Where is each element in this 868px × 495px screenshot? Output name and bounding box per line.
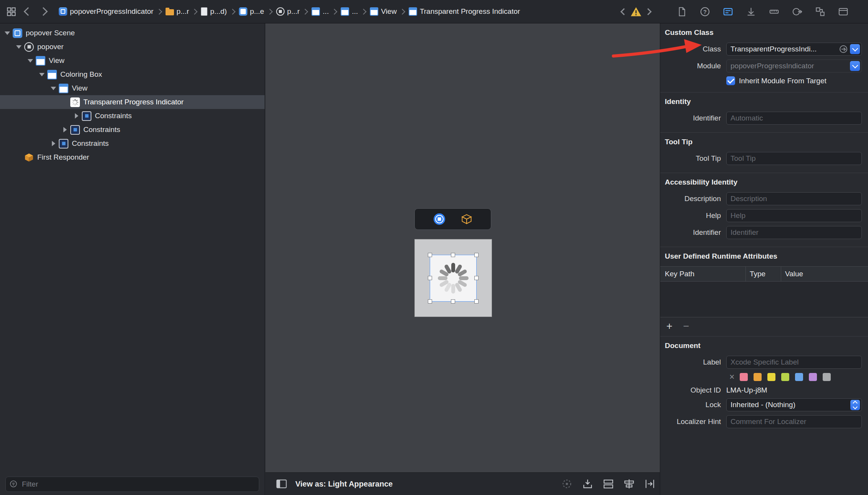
module-field[interactable]: popoverProgressIndicator — [726, 59, 862, 73]
breadcrumb-item-project[interactable]: popoverProgressIndicator — [59, 7, 154, 16]
inherit-module-checkbox[interactable] — [726, 76, 735, 85]
resize-handle[interactable] — [428, 276, 432, 280]
color-swatch-yellow[interactable] — [767, 373, 775, 381]
popover-dock-icon[interactable] — [434, 213, 445, 225]
resize-handle[interactable] — [474, 276, 479, 280]
class-value: TransparentProgressIndi... — [731, 45, 840, 53]
runtime-attributes-empty-body[interactable] — [660, 282, 868, 317]
disclosure-open-icon[interactable] — [15, 45, 22, 49]
breadcrumb-item-storyboard[interactable]: p...e — [239, 7, 264, 16]
editor-layout-icon[interactable] — [276, 479, 287, 488]
breadcrumb-item-folder[interactable]: p...r — [166, 7, 189, 16]
breadcrumb-item-file[interactable]: p...d) — [201, 7, 227, 16]
outline-item-constraints-3[interactable]: Constraints — [0, 137, 265, 150]
adjust-device-icon[interactable] — [582, 478, 593, 490]
outline-item-first-responder[interactable]: First Responder — [0, 150, 265, 164]
filter-icon — [10, 480, 18, 488]
disclosure-open-icon[interactable] — [4, 31, 11, 35]
embed-in-icon[interactable] — [603, 478, 614, 490]
add-attribute-button[interactable]: + — [666, 321, 673, 332]
file-inspector-icon[interactable] — [677, 7, 687, 17]
lock-popup-button[interactable]: Inherited - (Nothing) — [726, 398, 862, 411]
navigate-forward-icon[interactable] — [39, 7, 48, 16]
outline-item-transparent-progress-indicator[interactable]: Transparent Progress Indicator — [0, 95, 265, 109]
breadcrumb-separator-icon — [229, 8, 235, 15]
attributes-inspector-icon[interactable] — [746, 7, 756, 17]
resize-handle[interactable] — [451, 299, 455, 304]
quick-help-inspector-icon[interactable]: ? — [700, 7, 710, 17]
disclosure-open-icon[interactable] — [27, 59, 34, 63]
breadcrumb-item-popover[interactable]: p...r — [276, 7, 300, 16]
checkmark-icon — [727, 77, 734, 84]
outline-item-constraints-1[interactable]: Constraints — [0, 109, 265, 123]
resize-handle[interactable] — [451, 253, 455, 257]
outline-item-coloring-box[interactable]: Coloring Box — [0, 68, 265, 81]
tool-tip-field[interactable] — [726, 152, 862, 165]
breadcrumb-item-view1[interactable]: ... — [311, 7, 329, 16]
outline-filter-field[interactable] — [5, 477, 259, 492]
color-swatch-orange[interactable] — [754, 373, 762, 381]
restoration-identifier-field[interactable] — [726, 112, 862, 125]
selected-progress-indicator-view[interactable] — [430, 255, 477, 302]
disclosure-open-icon[interactable] — [50, 87, 57, 90]
warning-icon[interactable] — [630, 7, 642, 17]
connections-inspector-icon[interactable] — [792, 7, 802, 17]
disclosure-open-icon[interactable] — [38, 73, 45, 76]
first-responder-dock-icon[interactable] — [461, 214, 472, 224]
interface-builder-canvas[interactable] — [265, 23, 660, 473]
breadcrumb-item-view2[interactable]: ... — [341, 7, 358, 16]
accessibility-help-field[interactable] — [726, 209, 862, 222]
document-label-field[interactable] — [726, 356, 862, 369]
constraints-icon — [70, 125, 80, 135]
size-inspector-icon[interactable] — [769, 7, 779, 17]
outline-item-popover-scene[interactable]: popover Scene — [0, 26, 265, 40]
section-title: Document — [665, 341, 868, 350]
localizer-hint-field[interactable] — [726, 415, 862, 428]
view-as-button[interactable]: View as: Light Appearance — [295, 480, 393, 488]
color-swatch-green[interactable] — [781, 373, 789, 381]
module-dropdown-button[interactable] — [850, 61, 860, 71]
jump-to-class-icon[interactable] — [840, 45, 847, 53]
column-key-path[interactable]: Key Path — [660, 267, 745, 281]
color-swatch-gray[interactable] — [823, 373, 831, 381]
update-frames-icon[interactable] — [561, 478, 573, 490]
class-field[interactable]: TransparentProgressIndi... — [726, 43, 862, 56]
filter-input[interactable] — [21, 480, 255, 489]
previous-issue-icon[interactable] — [620, 8, 627, 15]
accessibility-description-field[interactable] — [726, 192, 862, 205]
breadcrumb-separator-icon — [361, 8, 367, 15]
outline-item-inner-view[interactable]: View — [0, 81, 265, 95]
resolve-auto-layout-icon[interactable] — [644, 478, 656, 490]
remove-attribute-button[interactable]: − — [683, 321, 689, 332]
bindings-inspector-icon[interactable] — [815, 7, 825, 17]
identity-inspector-icon-selected[interactable] — [723, 7, 733, 17]
disclosure-closed-icon[interactable] — [73, 113, 80, 119]
resize-handle[interactable] — [474, 253, 479, 257]
resize-handle[interactable] — [428, 299, 432, 304]
color-swatch-purple[interactable] — [809, 373, 817, 381]
related-items-icon[interactable] — [6, 7, 17, 17]
color-swatch-blue[interactable] — [795, 373, 803, 381]
outline-item-constraints-2[interactable]: Constraints — [0, 123, 265, 137]
outline-item-view[interactable]: View — [0, 54, 265, 68]
class-dropdown-button[interactable] — [850, 44, 860, 54]
color-swatch-pink[interactable] — [740, 373, 748, 381]
disclosure-closed-icon[interactable] — [61, 127, 68, 132]
progress-spinner — [436, 261, 471, 296]
next-issue-icon[interactable] — [644, 8, 651, 15]
accessibility-identifier-field[interactable] — [726, 226, 862, 239]
navigate-back-icon[interactable] — [24, 7, 33, 16]
resize-handle[interactable] — [428, 253, 432, 257]
column-type[interactable]: Type — [745, 267, 781, 281]
column-value[interactable]: Value — [781, 267, 868, 281]
resize-handle[interactable] — [474, 299, 479, 304]
inspector-tab-bar: ? — [677, 0, 848, 23]
clear-color-button[interactable]: × — [729, 373, 734, 381]
outline-item-popover[interactable]: popover — [0, 40, 265, 54]
breadcrumb-item-view3[interactable]: View — [370, 7, 397, 16]
align-icon[interactable] — [623, 478, 635, 490]
breadcrumb-item-progress-indicator[interactable]: Transparent Progress Indicator — [409, 7, 520, 16]
view-effects-inspector-icon[interactable] — [838, 7, 848, 17]
popover-view[interactable] — [414, 239, 492, 317]
disclosure-closed-icon[interactable] — [50, 141, 57, 146]
